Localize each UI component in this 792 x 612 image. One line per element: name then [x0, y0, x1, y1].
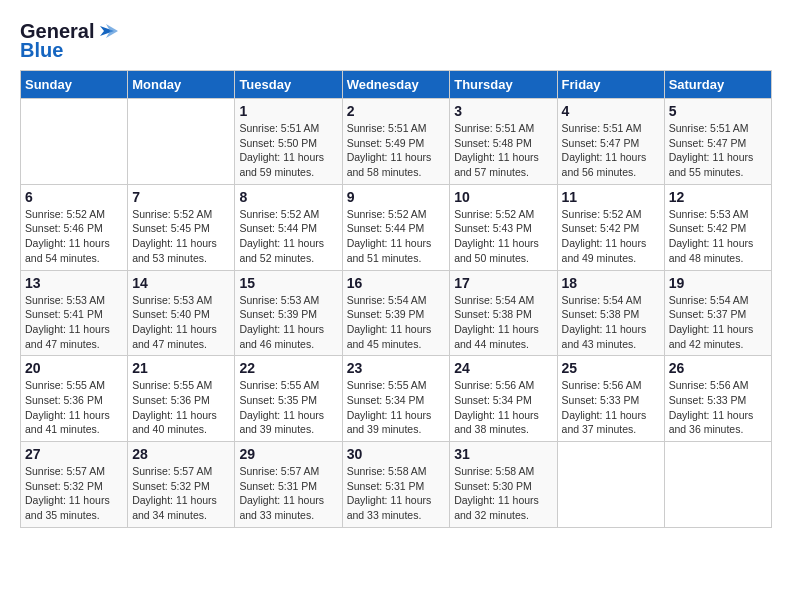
day-detail: Sunrise: 5:55 AMSunset: 5:36 PMDaylight:…: [25, 378, 123, 437]
day-detail: Sunrise: 5:54 AMSunset: 5:37 PMDaylight:…: [669, 293, 767, 352]
day-number: 5: [669, 103, 767, 119]
daylight-hours: Daylight: 11 hours and 45 minutes.: [347, 323, 432, 350]
day-detail: Sunrise: 5:51 AMSunset: 5:47 PMDaylight:…: [669, 121, 767, 180]
calendar-week-row: 13Sunrise: 5:53 AMSunset: 5:41 PMDayligh…: [21, 270, 772, 356]
logo-text: General: [20, 21, 94, 41]
column-header-monday: Monday: [128, 71, 235, 99]
calendar-cell: 24Sunrise: 5:56 AMSunset: 5:34 PMDayligh…: [450, 356, 557, 442]
calendar-cell: 20Sunrise: 5:55 AMSunset: 5:36 PMDayligh…: [21, 356, 128, 442]
sunrise-time: Sunrise: 5:55 AM: [239, 379, 319, 391]
sunset-time: Sunset: 5:35 PM: [239, 394, 317, 406]
day-number: 18: [562, 275, 660, 291]
sunrise-time: Sunrise: 5:53 AM: [239, 294, 319, 306]
sunrise-time: Sunrise: 5:58 AM: [347, 465, 427, 477]
daylight-hours: Daylight: 11 hours and 39 minutes.: [239, 409, 324, 436]
sunrise-time: Sunrise: 5:54 AM: [454, 294, 534, 306]
daylight-hours: Daylight: 11 hours and 34 minutes.: [132, 494, 217, 521]
day-detail: Sunrise: 5:52 AMSunset: 5:43 PMDaylight:…: [454, 207, 552, 266]
sunrise-time: Sunrise: 5:56 AM: [669, 379, 749, 391]
sunrise-time: Sunrise: 5:51 AM: [239, 122, 319, 134]
sunrise-time: Sunrise: 5:51 AM: [454, 122, 534, 134]
sunrise-time: Sunrise: 5:51 AM: [347, 122, 427, 134]
day-detail: Sunrise: 5:57 AMSunset: 5:32 PMDaylight:…: [25, 464, 123, 523]
sunrise-time: Sunrise: 5:55 AM: [132, 379, 212, 391]
day-number: 29: [239, 446, 337, 462]
day-number: 16: [347, 275, 446, 291]
sunrise-time: Sunrise: 5:55 AM: [347, 379, 427, 391]
daylight-hours: Daylight: 11 hours and 32 minutes.: [454, 494, 539, 521]
sunset-time: Sunset: 5:31 PM: [239, 480, 317, 492]
sunrise-time: Sunrise: 5:53 AM: [25, 294, 105, 306]
sunrise-time: Sunrise: 5:52 AM: [562, 208, 642, 220]
calendar-cell: 2Sunrise: 5:51 AMSunset: 5:49 PMDaylight…: [342, 99, 450, 185]
daylight-hours: Daylight: 11 hours and 53 minutes.: [132, 237, 217, 264]
sunset-time: Sunset: 5:30 PM: [454, 480, 532, 492]
daylight-hours: Daylight: 11 hours and 58 minutes.: [347, 151, 432, 178]
sunrise-time: Sunrise: 5:54 AM: [669, 294, 749, 306]
calendar-header-row: SundayMondayTuesdayWednesdayThursdayFrid…: [21, 71, 772, 99]
sunrise-time: Sunrise: 5:51 AM: [562, 122, 642, 134]
day-detail: Sunrise: 5:57 AMSunset: 5:32 PMDaylight:…: [132, 464, 230, 523]
sunset-time: Sunset: 5:49 PM: [347, 137, 425, 149]
day-number: 6: [25, 189, 123, 205]
daylight-hours: Daylight: 11 hours and 55 minutes.: [669, 151, 754, 178]
column-header-friday: Friday: [557, 71, 664, 99]
day-number: 11: [562, 189, 660, 205]
calendar-cell: 25Sunrise: 5:56 AMSunset: 5:33 PMDayligh…: [557, 356, 664, 442]
sunrise-time: Sunrise: 5:57 AM: [239, 465, 319, 477]
sunset-time: Sunset: 5:38 PM: [562, 308, 640, 320]
day-detail: Sunrise: 5:51 AMSunset: 5:49 PMDaylight:…: [347, 121, 446, 180]
calendar-cell: 17Sunrise: 5:54 AMSunset: 5:38 PMDayligh…: [450, 270, 557, 356]
sunset-time: Sunset: 5:45 PM: [132, 222, 210, 234]
daylight-hours: Daylight: 11 hours and 44 minutes.: [454, 323, 539, 350]
sunset-time: Sunset: 5:32 PM: [132, 480, 210, 492]
day-detail: Sunrise: 5:56 AMSunset: 5:34 PMDaylight:…: [454, 378, 552, 437]
sunset-time: Sunset: 5:33 PM: [562, 394, 640, 406]
daylight-hours: Daylight: 11 hours and 47 minutes.: [132, 323, 217, 350]
day-number: 9: [347, 189, 446, 205]
calendar-cell: 26Sunrise: 5:56 AMSunset: 5:33 PMDayligh…: [664, 356, 771, 442]
day-number: 24: [454, 360, 552, 376]
sunset-time: Sunset: 5:50 PM: [239, 137, 317, 149]
sunrise-time: Sunrise: 5:55 AM: [25, 379, 105, 391]
sunset-time: Sunset: 5:44 PM: [239, 222, 317, 234]
sunset-time: Sunset: 5:34 PM: [347, 394, 425, 406]
sunrise-time: Sunrise: 5:52 AM: [132, 208, 212, 220]
day-number: 3: [454, 103, 552, 119]
day-detail: Sunrise: 5:54 AMSunset: 5:38 PMDaylight:…: [562, 293, 660, 352]
daylight-hours: Daylight: 11 hours and 43 minutes.: [562, 323, 647, 350]
sunrise-time: Sunrise: 5:52 AM: [239, 208, 319, 220]
daylight-hours: Daylight: 11 hours and 33 minutes.: [239, 494, 324, 521]
daylight-hours: Daylight: 11 hours and 36 minutes.: [669, 409, 754, 436]
day-number: 1: [239, 103, 337, 119]
daylight-hours: Daylight: 11 hours and 39 minutes.: [347, 409, 432, 436]
sunset-time: Sunset: 5:39 PM: [239, 308, 317, 320]
day-number: 21: [132, 360, 230, 376]
day-detail: Sunrise: 5:51 AMSunset: 5:47 PMDaylight:…: [562, 121, 660, 180]
calendar-cell: 23Sunrise: 5:55 AMSunset: 5:34 PMDayligh…: [342, 356, 450, 442]
sunset-time: Sunset: 5:42 PM: [669, 222, 747, 234]
sunset-time: Sunset: 5:38 PM: [454, 308, 532, 320]
sunrise-time: Sunrise: 5:52 AM: [25, 208, 105, 220]
calendar-cell: 16Sunrise: 5:54 AMSunset: 5:39 PMDayligh…: [342, 270, 450, 356]
sunset-time: Sunset: 5:36 PM: [132, 394, 210, 406]
daylight-hours: Daylight: 11 hours and 41 minutes.: [25, 409, 110, 436]
sunset-time: Sunset: 5:31 PM: [347, 480, 425, 492]
calendar-week-row: 27Sunrise: 5:57 AMSunset: 5:32 PMDayligh…: [21, 442, 772, 528]
day-detail: Sunrise: 5:55 AMSunset: 5:36 PMDaylight:…: [132, 378, 230, 437]
calendar-cell: 19Sunrise: 5:54 AMSunset: 5:37 PMDayligh…: [664, 270, 771, 356]
logo: General Blue: [20, 20, 118, 60]
sunset-time: Sunset: 5:43 PM: [454, 222, 532, 234]
sunset-time: Sunset: 5:48 PM: [454, 137, 532, 149]
calendar-cell: 3Sunrise: 5:51 AMSunset: 5:48 PMDaylight…: [450, 99, 557, 185]
column-header-thursday: Thursday: [450, 71, 557, 99]
sunset-time: Sunset: 5:47 PM: [562, 137, 640, 149]
calendar-cell: 29Sunrise: 5:57 AMSunset: 5:31 PMDayligh…: [235, 442, 342, 528]
sunset-time: Sunset: 5:36 PM: [25, 394, 103, 406]
column-header-saturday: Saturday: [664, 71, 771, 99]
sunrise-time: Sunrise: 5:57 AM: [25, 465, 105, 477]
day-detail: Sunrise: 5:53 AMSunset: 5:42 PMDaylight:…: [669, 207, 767, 266]
calendar-cell: 12Sunrise: 5:53 AMSunset: 5:42 PMDayligh…: [664, 184, 771, 270]
day-number: 20: [25, 360, 123, 376]
column-header-tuesday: Tuesday: [235, 71, 342, 99]
